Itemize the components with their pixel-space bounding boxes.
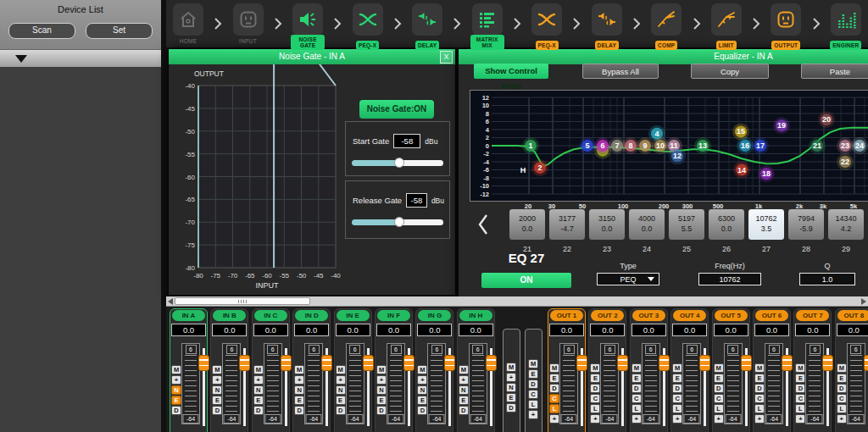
channel-button-l[interactable]: L xyxy=(632,404,642,413)
channel-button-m[interactable]: M xyxy=(528,359,538,368)
band-cell-21[interactable]: 20000.0 xyxy=(509,208,546,241)
eq-control-point-20[interactable]: 20 xyxy=(818,111,835,128)
channel-button-c[interactable]: C xyxy=(528,390,538,399)
channel-button-n[interactable]: N xyxy=(336,385,346,395)
channel-button-d[interactable]: D xyxy=(506,403,516,413)
channel-button-d[interactable]: D xyxy=(253,406,264,415)
start-gate-slider-thumb[interactable] xyxy=(394,158,404,168)
freq-value-field[interactable]: 10762 xyxy=(698,273,761,285)
toolbar-item-enginer[interactable]: ENGINER xyxy=(829,3,863,51)
channel-button-m[interactable]: M xyxy=(417,365,427,374)
channel-button-d[interactable]: D xyxy=(528,379,538,389)
channel-button-m[interactable]: M xyxy=(590,363,600,373)
channel-button-n[interactable]: N xyxy=(376,385,387,395)
channel-button-n[interactable]: N xyxy=(212,385,222,395)
scroll-right-icon[interactable] xyxy=(861,298,866,305)
channel-button-e[interactable]: E xyxy=(294,396,304,405)
channel-button-e[interactable]: E xyxy=(336,396,346,405)
show-control-point-button[interactable]: Show Control Point xyxy=(474,64,548,79)
toolbar-item-delay[interactable]: DELAY xyxy=(590,3,624,51)
eq-control-point-14[interactable]: 14 xyxy=(733,162,750,179)
start-gate-slider[interactable] xyxy=(352,160,443,166)
band-cell-22[interactable]: 3177-4.7 xyxy=(548,208,586,241)
channel-button-n[interactable]: N xyxy=(417,385,427,395)
fader-handle[interactable] xyxy=(617,355,628,371)
eq-control-point-21[interactable]: 21 xyxy=(809,137,826,154)
channel-button-m[interactable]: M xyxy=(376,365,387,374)
channel-button-+[interactable]: + xyxy=(632,414,642,424)
channel-button-n[interactable]: N xyxy=(294,385,304,395)
eq-control-point-1[interactable]: 1 xyxy=(522,137,539,154)
channel-button-e[interactable]: E xyxy=(754,374,765,383)
fader-handle[interactable] xyxy=(576,355,587,371)
channel-button-d[interactable]: D xyxy=(837,384,847,393)
channel-button-m[interactable]: M xyxy=(795,363,805,373)
channel-button-+[interactable]: + xyxy=(754,414,765,424)
channel-gain-value[interactable]: 0.0 xyxy=(171,324,206,336)
fader-handle[interactable] xyxy=(198,355,209,371)
channel-button-e[interactable]: E xyxy=(632,374,642,383)
channel-gain-value[interactable]: 0.0 xyxy=(837,324,868,336)
band-on-button[interactable]: ON xyxy=(481,273,571,288)
toolbar-item-limit[interactable]: LIMIT xyxy=(709,3,743,51)
channel-button-m[interactable]: M xyxy=(212,365,222,374)
noise-gate-toggle-button[interactable]: Noise Gate:ON xyxy=(359,100,434,119)
channel-button-e[interactable]: E xyxy=(590,374,600,383)
scan-button[interactable]: Scan xyxy=(8,23,75,39)
fader-handle[interactable] xyxy=(363,355,374,371)
channel-gain-value[interactable]: 0.0 xyxy=(549,324,584,336)
fader-handle[interactable] xyxy=(281,355,292,371)
release-gate-slider[interactable] xyxy=(352,219,443,225)
channel-button-m[interactable]: M xyxy=(336,365,346,374)
channel-button-d[interactable]: D xyxy=(376,406,387,415)
channel-button-+[interactable]: + xyxy=(837,414,847,424)
channel-button-+[interactable]: + xyxy=(549,414,559,424)
channel-button-e[interactable]: E xyxy=(459,396,469,405)
channel-button-c[interactable]: C xyxy=(590,394,600,403)
toolbar-item-matrix-mix[interactable]: MATRIX MIX xyxy=(470,3,504,51)
eq-control-point-2[interactable]: 2 xyxy=(531,159,548,176)
channel-button-l[interactable]: L xyxy=(837,404,847,413)
channel-button-c[interactable]: C xyxy=(837,394,847,403)
fader-handle[interactable] xyxy=(239,355,250,371)
channel-button-l[interactable]: L xyxy=(754,404,765,413)
eq-control-point-13[interactable]: 13 xyxy=(694,137,711,154)
channel-button-+[interactable]: + xyxy=(459,375,469,385)
set-button[interactable]: Set xyxy=(86,23,153,39)
channel-button-d[interactable]: D xyxy=(417,406,427,415)
mixer-scrollbar[interactable] xyxy=(166,296,868,307)
channel-gain-value[interactable]: 0.0 xyxy=(632,324,666,336)
channel-button-l[interactable]: L xyxy=(714,404,724,413)
toolbar-item-comp[interactable]: COMP xyxy=(649,3,683,51)
channel-button-+[interactable]: + xyxy=(714,414,724,424)
channel-button-d[interactable]: D xyxy=(336,406,346,415)
channel-button-m[interactable]: M xyxy=(672,363,682,373)
channel-button-n[interactable]: N xyxy=(459,385,469,395)
channel-button-d[interactable]: D xyxy=(590,384,600,393)
type-dropdown[interactable]: PEQ xyxy=(597,273,659,285)
channel-button-m[interactable]: M xyxy=(294,365,304,374)
fader-handle[interactable] xyxy=(782,355,793,371)
eq-control-point-24[interactable]: 24 xyxy=(851,137,868,154)
channel-gain-value[interactable]: 0.0 xyxy=(459,324,493,336)
channel-button-l[interactable]: L xyxy=(795,404,805,413)
release-gate-value-field[interactable]: -58 xyxy=(406,193,427,208)
toolbar-item-input[interactable]: INPUT xyxy=(231,3,265,44)
eq-control-point-18[interactable]: 18 xyxy=(758,165,775,182)
band-cell-23[interactable]: 31500.0 xyxy=(588,208,626,241)
channel-button-m[interactable]: M xyxy=(714,363,724,373)
channel-button-c[interactable]: C xyxy=(714,394,724,403)
channel-button-d[interactable]: D xyxy=(549,384,559,393)
channel-button-+[interactable]: + xyxy=(795,414,805,424)
channel-button-e[interactable]: E xyxy=(549,374,559,383)
channel-button-+[interactable]: + xyxy=(506,373,516,382)
fader-handle[interactable] xyxy=(822,355,833,371)
channel-button-e[interactable]: E xyxy=(528,369,538,379)
channel-button-d[interactable]: D xyxy=(754,384,765,393)
fader-handle[interactable] xyxy=(659,355,670,371)
start-gate-value-field[interactable]: -58 xyxy=(393,134,420,148)
channel-gain-value[interactable]: 0.0 xyxy=(294,324,329,336)
fader-handle[interactable] xyxy=(864,355,868,371)
copy-button[interactable]: Copy xyxy=(691,64,769,79)
channel-button-d[interactable]: D xyxy=(632,384,642,393)
